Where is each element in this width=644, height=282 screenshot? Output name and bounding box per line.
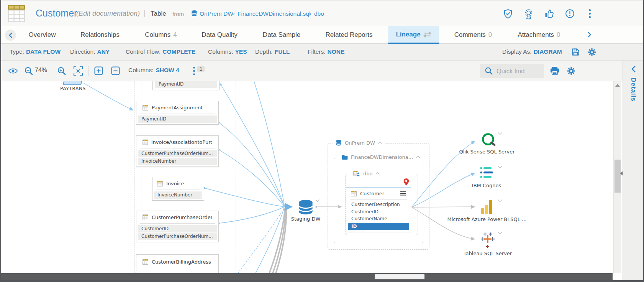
paytrans-flatfile-icon[interactable] <box>63 81 83 85</box>
collapse-all-icon[interactable] <box>111 66 120 77</box>
tableau-logo[interactable] <box>480 232 496 249</box>
table-icon <box>143 105 148 110</box>
tab-relationships[interactable]: Relationships <box>80 26 120 44</box>
column-row[interactable]: PaymentID <box>155 81 217 88</box>
breadcrumb-database[interactable]: OnPrem DW <box>200 10 233 17</box>
expand-all-icon[interactable] <box>94 66 103 77</box>
tab-comments[interactable]: Comments0 <box>454 26 492 44</box>
chevron-down-icon[interactable] <box>498 231 502 234</box>
zoom-out-icon[interactable] <box>24 66 33 77</box>
column-row[interactable]: CustomerID <box>348 209 409 216</box>
tab-data-sample[interactable]: Data Sample <box>263 26 300 44</box>
filter-direction[interactable]: Direction:ANY <box>70 48 110 55</box>
chevron-up-icon[interactable] <box>378 142 382 144</box>
target-label-powerbi[interactable]: Microsoft Azure Power BI SQL ... <box>446 216 528 222</box>
vertical-scrollbar[interactable] <box>613 81 621 273</box>
horizontal-scrollbar[interactable] <box>1 273 613 280</box>
filter-depth[interactable]: Depth:Depth:FULL <box>255 48 290 55</box>
tab-attachments[interactable]: Attachments0 <box>518 26 560 44</box>
window-bottom-border <box>1 280 643 282</box>
table-node-payment-assignment[interactable]: PaymentAssignment PaymentID <box>136 101 219 125</box>
details-panel-tab[interactable]: Details <box>629 78 637 102</box>
filter-columns[interactable]: Columns:YES <box>208 48 247 55</box>
target-label-cognos[interactable]: IBM Cognos <box>456 183 517 188</box>
horizontal-scrollbar-thumb[interactable] <box>375 274 424 279</box>
column-row[interactable]: CustomerDescription <box>348 201 409 208</box>
filter-type[interactable]: Type:DATA FLOW <box>10 48 61 55</box>
lane-divider <box>134 81 135 273</box>
fit-to-screen-icon[interactable] <box>73 66 83 78</box>
table-node-customer-purchase-order[interactable]: CustomerPurchaseOrder CustomerID Custome… <box>136 211 219 242</box>
table-node-invoice-association[interactable]: InvoiceAssociationtoPurc... CustomerPurc… <box>136 135 219 167</box>
tab-related-reports[interactable]: Related Reports <box>326 26 373 44</box>
tab-data-quality[interactable]: Data Quality <box>202 26 238 44</box>
column-row[interactable]: CustomerName <box>348 216 409 223</box>
chevron-down-icon[interactable] <box>498 132 502 135</box>
tab-overview[interactable]: Overview <box>29 26 56 44</box>
chevron-up-icon[interactable] <box>375 172 380 175</box>
edit-documentation-link[interactable]: (Edit documentation) <box>76 10 140 18</box>
column-row[interactable]: InvoiceNumber <box>154 191 202 199</box>
breadcrumb-file[interactable]: FinanceDWDimensional.sql <box>238 10 310 17</box>
filter-control-flow[interactable]: Control Flow:COMPLETE <box>126 48 195 55</box>
swap-arrows-icon <box>423 31 432 38</box>
staging-dw-database-icon[interactable] <box>297 200 314 215</box>
cognos-logo[interactable] <box>480 167 495 179</box>
node-label-staging-dw[interactable]: Staging DW <box>287 216 325 222</box>
target-label-qlik[interactable]: Qlik Sense SQL Server <box>456 149 518 155</box>
tabs-scroll-left-button[interactable] <box>5 30 16 41</box>
app-window: Customer (Edit documentation) | Table fr… <box>0 0 644 282</box>
qlik-logo[interactable] <box>481 132 496 148</box>
chevron-down-icon[interactable] <box>498 199 502 202</box>
display-as-selector[interactable]: Display As:DIAGRAM <box>502 48 562 55</box>
node-title: CustomerBillingAddress <box>152 259 211 265</box>
tab-lineage[interactable]: Lineage <box>388 26 439 44</box>
table-node-customer[interactable]: Customer CustomerDescription CustomerID … <box>346 187 411 232</box>
lineage-settings-gear-icon[interactable] <box>587 48 596 58</box>
chevron-down-icon[interactable] <box>315 199 320 202</box>
tabs-scroll-right-button[interactable] <box>587 31 592 40</box>
filter-filters[interactable]: Filters:NONE <box>308 48 344 55</box>
zoom-in-icon[interactable] <box>57 66 66 77</box>
certification-badge-icon[interactable] <box>524 9 535 20</box>
kebab-menu-icon[interactable] <box>588 9 599 20</box>
node-title: Invoice <box>166 181 184 186</box>
column-row[interactable]: PaymentID <box>138 115 217 123</box>
table-node-clipped[interactable]: PaymentID <box>152 81 220 90</box>
shield-check-icon[interactable] <box>503 9 514 20</box>
hamburger-menu-icon[interactable] <box>400 191 406 196</box>
target-label-tableau[interactable]: Tableau SQL Server <box>453 251 522 256</box>
header-divider: | <box>144 9 146 17</box>
lineage-diagram-canvas[interactable]: PAYTRANS PaymentID PaymentAssignment Pay… <box>1 81 613 273</box>
save-icon[interactable] <box>572 48 580 58</box>
toolbar-divider <box>88 66 89 76</box>
details-expand-chevron-icon[interactable] <box>631 65 636 73</box>
table-node-invoice[interactable]: Invoice InvoiceNumber <box>152 177 204 201</box>
chevron-down-icon[interactable] <box>498 165 502 168</box>
column-row[interactable]: InvoiceNumber <box>138 158 217 165</box>
diagram-settings-gear-icon[interactable] <box>567 66 576 77</box>
breadcrumb-schema[interactable]: dbo <box>314 10 324 17</box>
group-label-dbo[interactable]: dbo <box>350 170 383 176</box>
toolbar-kebab-icon[interactable] <box>193 66 195 77</box>
thumbs-up-icon[interactable] <box>544 9 555 20</box>
chevron-up-icon[interactable] <box>416 156 420 158</box>
alert-circle-icon[interactable] <box>565 9 576 20</box>
preview-eye-icon[interactable] <box>8 68 18 76</box>
column-row[interactable]: CustomerPurchaseOrderNum... <box>138 150 217 157</box>
print-icon[interactable] <box>550 66 560 77</box>
table-node-customer-billing-address[interactable]: CustomerBillingAddress <box>136 254 219 273</box>
group-label-finance-dw-file[interactable]: FinanceDWDimensiona... <box>339 154 423 160</box>
column-row[interactable]: CustomerID <box>138 225 217 233</box>
node-label-paytrans[interactable]: PAYTRANS <box>55 86 91 91</box>
powerbi-logo[interactable] <box>481 200 494 214</box>
scroll-up-arrow[interactable] <box>615 84 620 87</box>
tab-columns[interactable]: Columns4 <box>145 26 177 44</box>
group-label-onprem-dw[interactable]: OnPrem DW <box>333 140 385 146</box>
columns-show-selector[interactable]: Columns:SHOW 4 <box>128 67 179 74</box>
column-row-selected[interactable]: ID <box>348 223 409 230</box>
column-row[interactable]: CustomerPurchaseOrderNum... <box>138 233 217 240</box>
vertical-scrollbar-thumb[interactable] <box>615 160 621 193</box>
menu-badge: 1 <box>197 66 205 72</box>
diagram-toolbar: 74% Columns:SHOW 4 1 <box>1 61 623 81</box>
